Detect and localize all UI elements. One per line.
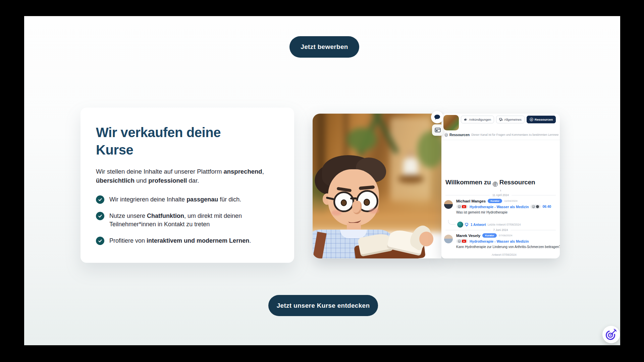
paragraph-segment-bold: ansprechend: [223, 168, 262, 175]
sales-pitch-card: Wir verkaufen deine Kurse Wir stellen de…: [80, 108, 294, 263]
tab-label: Allgemeines: [504, 118, 522, 121]
letterbox-frame: Jetzt bewerben Wir verkaufen deine Kurse…: [0, 0, 644, 362]
role-badge: Kurator: [488, 199, 502, 203]
chat-bubble-icon[interactable]: [431, 111, 443, 123]
mini-avatar-icon: [536, 205, 539, 208]
chat-message: Marek Vesely Kurator 07/06/2024 @ Hydrot…: [444, 233, 558, 249]
message-date: 07/06/2024: [499, 234, 512, 237]
target-dart-logo: S: [605, 328, 617, 341]
channel-name: Ressourcen: [449, 133, 470, 137]
at-icon: @: [493, 182, 498, 187]
product-screenshot: Ankündigungen Allgemeines @ Ressourcen @…: [313, 114, 560, 258]
youtube-icon: [462, 240, 466, 243]
scroll-mark: t: [441, 189, 560, 192]
avatar: [444, 200, 453, 209]
list-item: Nutze unsere Chatfunktion, um direkt mit…: [96, 212, 279, 229]
video-window-icon[interactable]: [432, 124, 443, 136]
channel-avatar: [443, 115, 459, 130]
cartoon-reader-character: [313, 150, 427, 258]
at-icon: @: [530, 118, 533, 121]
bullet-text: Wir integrieren deine Inhalte passgenau …: [109, 195, 241, 204]
paragraph-segment-bold: übersichtlich: [96, 177, 135, 184]
resource-link[interactable]: Hydrotherapie - Wasser als Medizin: [470, 205, 529, 209]
at-icon: @: [532, 205, 535, 208]
paragraph-segment: und: [135, 177, 148, 184]
message-author: Marek Vesely: [456, 234, 480, 238]
tab-ressourcen[interactable]: @ Ressourcen: [527, 116, 556, 123]
tab-label: Ankündigungen: [469, 118, 491, 121]
resource-link[interactable]: Hydrotherapie - Wasser als Medizin: [470, 239, 529, 243]
mention-chip: @: [530, 204, 541, 209]
reply-avatar: [457, 222, 463, 228]
check-icon: [96, 237, 104, 245]
chat-message: Michael Manges Kurator 11/04/2024 @ Hydr…: [444, 199, 558, 214]
message-author: Michael Manges: [456, 199, 486, 203]
megaphone-icon: [464, 118, 468, 121]
message-text: Was ist gemeint mir Hydrotherapie: [456, 210, 558, 214]
svg-text:S: S: [609, 334, 611, 337]
attachment-chip: @: [456, 204, 468, 209]
promo-photo: [313, 114, 441, 258]
paragraph-segment: Wir stellen deine Inhalte auf unserer Pl…: [96, 168, 223, 175]
divider: [441, 140, 560, 140]
card-title: Wir verkaufen deine Kurse: [96, 124, 254, 159]
avatar: [444, 235, 453, 243]
date-divider: 7 Juni 2024: [445, 228, 556, 232]
reply-footer: Antwort 07/06/2024: [492, 253, 517, 256]
role-badge: Kurator: [482, 233, 497, 238]
paragraph-segment-bold: professionell: [148, 177, 187, 184]
chat-bubbles-icon: [499, 118, 503, 121]
bullet-text: Profitiere von interaktivem und modernem…: [109, 237, 251, 245]
thread-line: [448, 220, 455, 225]
at-icon: @: [445, 133, 448, 137]
youtube-icon: [462, 205, 466, 208]
paragraph-segment: dar.: [187, 177, 199, 184]
message-text: Kann Hydrotherapie zur Linderung von Art…: [456, 245, 558, 249]
tab-label: Ressourcen: [535, 118, 553, 121]
welcome-title: Willkommen zu @ Ressourcen: [445, 179, 535, 187]
community-chat-panel: Ankündigungen Allgemeines @ Ressourcen @…: [441, 114, 560, 258]
paragraph-segment: ,: [262, 168, 264, 175]
discover-courses-button[interactable]: Jetzt unsere Kurse entdecken: [268, 295, 378, 316]
card-paragraph: Wir stellen deine Inhalte auf unserer Pl…: [96, 167, 279, 185]
tab-allgemeines[interactable]: Allgemeines: [496, 116, 525, 123]
attachment-chip: @: [456, 239, 468, 243]
channel-description-row: @ Ressourcen Dieser Kanal ist für Fragen…: [445, 133, 558, 137]
channel-description: Dieser Kanal ist für Fragen und Kommenta…: [471, 133, 558, 136]
reply-last: Letzte Antwort 07/06/2024: [488, 223, 521, 226]
tab-ankuendigungen[interactable]: Ankündigungen: [461, 116, 494, 123]
list-item: Profitiere von interaktivem und modernem…: [96, 237, 279, 245]
reply-icon: [465, 223, 469, 227]
check-icon: [96, 195, 104, 204]
page-canvas: Jetzt bewerben Wir verkaufen deine Kurse…: [24, 16, 620, 345]
apply-button[interactable]: Jetzt bewerben: [289, 36, 359, 58]
date-divider: 11 April 2024: [445, 193, 556, 197]
message-date: 11/04/2024: [504, 199, 517, 202]
bullet-text: Nutze unsere Chatfunktion, um direkt mit…: [109, 212, 260, 229]
reply-count: 1 Antwort: [471, 223, 486, 227]
check-icon: [96, 212, 104, 220]
list-item: Wir integrieren deine Inhalte passgenau …: [96, 195, 279, 204]
at-icon: @: [458, 205, 461, 208]
thread-reply-row[interactable]: 1 Antwort Letzte Antwort 07/06/2024: [444, 222, 521, 228]
brand-logo[interactable]: S: [602, 326, 620, 343]
benefits-list: Wir integrieren deine Inhalte passgenau …: [96, 195, 279, 245]
channel-tabs: Ankündigungen Allgemeines @ Ressourcen: [461, 116, 556, 123]
at-icon: @: [458, 240, 461, 243]
timestamp: 06:40: [542, 205, 551, 208]
